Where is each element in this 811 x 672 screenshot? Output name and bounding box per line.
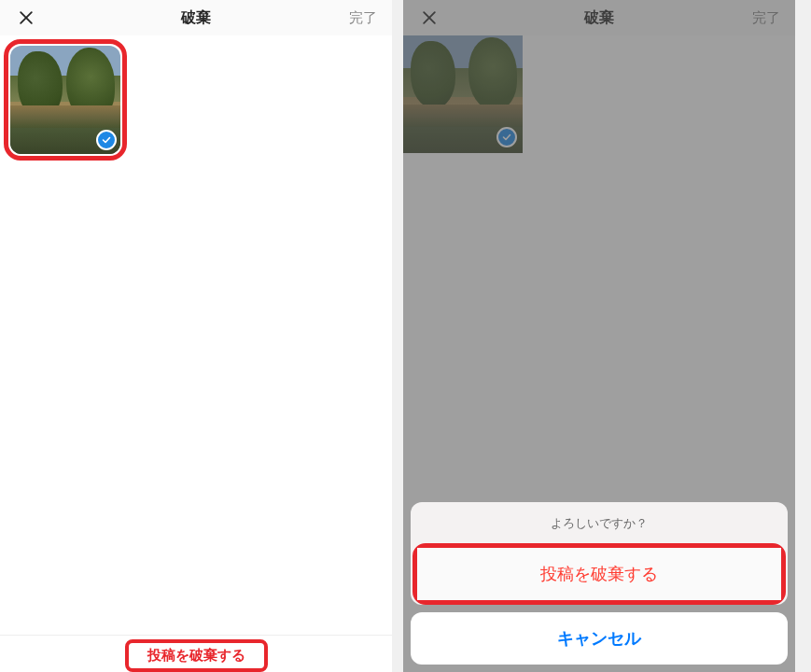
content-area: 投稿を破棄する: [0, 39, 392, 672]
action-sheet: よろしいですか？ 投稿を破棄する キャンセル: [403, 495, 795, 672]
discard-button[interactable]: 投稿を破棄する: [125, 639, 268, 672]
cancel-button[interactable]: キャンセル: [411, 612, 788, 665]
done-button[interactable]: 完了: [349, 9, 377, 27]
action-sheet-group: よろしいですか？ 投稿を破棄する: [411, 502, 788, 605]
close-icon: [17, 8, 35, 27]
header: 破棄 完了: [0, 0, 392, 35]
draft-thumbnail[interactable]: [4, 39, 127, 161]
right-screen: 破棄 完了 投稿を破棄する よろしいですか？ 投稿を破棄する キャンセ: [403, 0, 795, 672]
selected-badge: [96, 130, 117, 150]
check-icon: [101, 134, 112, 146]
discard-bar: 投稿を破棄する: [0, 635, 392, 672]
confirm-discard-button[interactable]: 投稿を破棄する: [417, 548, 781, 600]
left-screen: 破棄 完了 投稿を破棄する: [0, 0, 392, 672]
close-button[interactable]: [15, 7, 37, 29]
action-sheet-title: よろしいですか？: [411, 502, 788, 543]
header-title: 破棄: [181, 8, 211, 28]
